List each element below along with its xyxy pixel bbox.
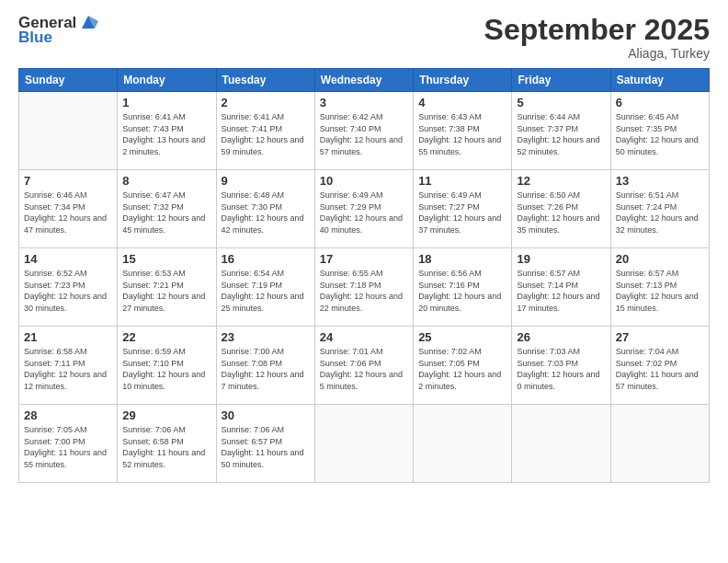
calendar-day-cell: 11Sunrise: 6:49 AMSunset: 7:27 PMDayligh… — [414, 170, 512, 248]
header-saturday: Saturday — [610, 69, 709, 92]
calendar-day-cell: 19Sunrise: 6:57 AMSunset: 7:14 PMDayligh… — [512, 248, 610, 327]
day-info: Sunrise: 6:41 AMSunset: 7:41 PMDaylight:… — [222, 111, 310, 157]
calendar-day-cell — [19, 92, 118, 170]
day-info: Sunrise: 7:02 AMSunset: 7:05 PMDaylight:… — [418, 346, 506, 392]
calendar-day-cell: 4Sunrise: 6:43 AMSunset: 7:38 PMDaylight… — [414, 92, 512, 170]
day-info: Sunrise: 7:05 AMSunset: 7:00 PMDaylight:… — [24, 424, 112, 470]
calendar-day-cell: 20Sunrise: 6:57 AMSunset: 7:13 PMDayligh… — [610, 248, 709, 327]
month-title: September 2025 — [484, 14, 710, 46]
day-info: Sunrise: 6:48 AMSunset: 7:30 PMDaylight:… — [222, 190, 310, 236]
day-number: 10 — [320, 174, 408, 188]
day-number: 9 — [222, 174, 310, 188]
day-info: Sunrise: 6:50 AMSunset: 7:26 PMDaylight:… — [517, 190, 605, 236]
day-number: 17 — [320, 252, 408, 266]
weekday-header-row: Sunday Monday Tuesday Wednesday Thursday… — [19, 69, 710, 92]
logo-icon — [78, 12, 98, 32]
calendar-day-cell: 21Sunrise: 6:58 AMSunset: 7:11 PMDayligh… — [19, 327, 118, 405]
day-number: 26 — [517, 330, 605, 344]
calendar-day-cell: 10Sunrise: 6:49 AMSunset: 7:29 PMDayligh… — [314, 170, 413, 248]
day-info: Sunrise: 6:43 AMSunset: 7:38 PMDaylight:… — [418, 111, 506, 157]
calendar-day-cell: 8Sunrise: 6:47 AMSunset: 7:32 PMDaylight… — [118, 170, 216, 248]
calendar-week-row: 21Sunrise: 6:58 AMSunset: 7:11 PMDayligh… — [19, 327, 710, 405]
day-info: Sunrise: 6:59 AMSunset: 7:10 PMDaylight:… — [122, 346, 210, 392]
day-number: 12 — [517, 174, 605, 188]
day-info: Sunrise: 7:00 AMSunset: 7:08 PMDaylight:… — [222, 346, 310, 392]
day-info: Sunrise: 6:47 AMSunset: 7:32 PMDaylight:… — [122, 190, 210, 236]
day-info: Sunrise: 7:06 AMSunset: 6:57 PMDaylight:… — [222, 424, 310, 470]
location-subtitle: Aliaga, Turkey — [484, 46, 710, 61]
day-info: Sunrise: 6:52 AMSunset: 7:23 PMDaylight:… — [24, 268, 112, 314]
day-info: Sunrise: 6:57 AMSunset: 7:13 PMDaylight:… — [616, 268, 704, 314]
calendar-day-cell: 22Sunrise: 6:59 AMSunset: 7:10 PMDayligh… — [118, 327, 216, 405]
day-number: 14 — [24, 252, 112, 266]
day-number: 21 — [24, 330, 112, 344]
logo-blue-text: Blue — [18, 29, 52, 47]
header-thursday: Thursday — [414, 69, 512, 92]
day-number: 13 — [616, 174, 704, 188]
calendar-day-cell: 15Sunrise: 6:53 AMSunset: 7:21 PMDayligh… — [118, 248, 216, 327]
day-number: 11 — [418, 174, 506, 188]
calendar-day-cell — [512, 405, 610, 483]
day-number: 18 — [418, 252, 506, 266]
day-number: 4 — [418, 96, 506, 109]
header: General Blue September 2025 Aliaga, Turk… — [18, 14, 710, 61]
calendar-day-cell: 17Sunrise: 6:55 AMSunset: 7:18 PMDayligh… — [314, 248, 413, 327]
calendar-table: Sunday Monday Tuesday Wednesday Thursday… — [18, 68, 710, 483]
day-number: 8 — [122, 174, 210, 188]
day-number: 3 — [320, 96, 408, 109]
calendar-day-cell: 2Sunrise: 6:41 AMSunset: 7:41 PMDaylight… — [216, 92, 314, 170]
day-info: Sunrise: 6:54 AMSunset: 7:19 PMDaylight:… — [222, 268, 310, 314]
day-info: Sunrise: 6:56 AMSunset: 7:16 PMDaylight:… — [418, 268, 506, 314]
day-number: 28 — [24, 408, 112, 422]
day-number: 27 — [616, 330, 704, 344]
header-sunday: Sunday — [19, 69, 118, 92]
calendar-day-cell: 3Sunrise: 6:42 AMSunset: 7:40 PMDaylight… — [314, 92, 413, 170]
day-info: Sunrise: 6:51 AMSunset: 7:24 PMDaylight:… — [616, 190, 704, 236]
calendar-day-cell: 6Sunrise: 6:45 AMSunset: 7:35 PMDaylight… — [610, 92, 709, 170]
calendar-day-cell: 24Sunrise: 7:01 AMSunset: 7:06 PMDayligh… — [314, 327, 413, 405]
header-wednesday: Wednesday — [314, 69, 413, 92]
day-number: 19 — [517, 252, 605, 266]
calendar-day-cell: 14Sunrise: 6:52 AMSunset: 7:23 PMDayligh… — [19, 248, 118, 327]
calendar-day-cell: 13Sunrise: 6:51 AMSunset: 7:24 PMDayligh… — [610, 170, 709, 248]
day-number: 30 — [222, 408, 310, 422]
day-info: Sunrise: 6:58 AMSunset: 7:11 PMDaylight:… — [24, 346, 112, 392]
calendar-day-cell — [314, 405, 413, 483]
day-info: Sunrise: 6:55 AMSunset: 7:18 PMDaylight:… — [320, 268, 408, 314]
day-number: 23 — [222, 330, 310, 344]
day-info: Sunrise: 6:41 AMSunset: 7:43 PMDaylight:… — [122, 111, 210, 157]
day-number: 2 — [222, 96, 310, 109]
page: General Blue September 2025 Aliaga, Turk… — [0, 0, 728, 563]
day-info: Sunrise: 6:42 AMSunset: 7:40 PMDaylight:… — [320, 111, 408, 157]
day-info: Sunrise: 7:03 AMSunset: 7:03 PMDaylight:… — [517, 346, 605, 392]
calendar-day-cell: 23Sunrise: 7:00 AMSunset: 7:08 PMDayligh… — [216, 327, 314, 405]
day-number: 1 — [122, 96, 210, 109]
day-info: Sunrise: 6:49 AMSunset: 7:29 PMDaylight:… — [320, 190, 408, 236]
day-info: Sunrise: 6:57 AMSunset: 7:14 PMDaylight:… — [517, 268, 605, 314]
calendar-day-cell: 27Sunrise: 7:04 AMSunset: 7:02 PMDayligh… — [610, 327, 709, 405]
calendar-day-cell: 16Sunrise: 6:54 AMSunset: 7:19 PMDayligh… — [216, 248, 314, 327]
day-info: Sunrise: 7:04 AMSunset: 7:02 PMDaylight:… — [616, 346, 704, 392]
day-info: Sunrise: 6:49 AMSunset: 7:27 PMDaylight:… — [418, 190, 506, 236]
day-number: 29 — [122, 408, 210, 422]
calendar-day-cell: 9Sunrise: 6:48 AMSunset: 7:30 PMDaylight… — [216, 170, 314, 248]
calendar-week-row: 28Sunrise: 7:05 AMSunset: 7:00 PMDayligh… — [19, 405, 710, 483]
day-info: Sunrise: 7:01 AMSunset: 7:06 PMDaylight:… — [320, 346, 408, 392]
day-number: 5 — [517, 96, 605, 109]
calendar-day-cell: 1Sunrise: 6:41 AMSunset: 7:43 PMDaylight… — [118, 92, 216, 170]
day-number: 15 — [122, 252, 210, 266]
day-info: Sunrise: 7:06 AMSunset: 6:58 PMDaylight:… — [122, 424, 210, 470]
calendar-week-row: 14Sunrise: 6:52 AMSunset: 7:23 PMDayligh… — [19, 248, 710, 327]
calendar-day-cell: 7Sunrise: 6:46 AMSunset: 7:34 PMDaylight… — [19, 170, 118, 248]
calendar-day-cell: 26Sunrise: 7:03 AMSunset: 7:03 PMDayligh… — [512, 327, 610, 405]
header-tuesday: Tuesday — [216, 69, 314, 92]
calendar-day-cell: 28Sunrise: 7:05 AMSunset: 7:00 PMDayligh… — [19, 405, 118, 483]
day-number: 20 — [616, 252, 704, 266]
calendar-day-cell: 12Sunrise: 6:50 AMSunset: 7:26 PMDayligh… — [512, 170, 610, 248]
day-number: 24 — [320, 330, 408, 344]
calendar-day-cell: 5Sunrise: 6:44 AMSunset: 7:37 PMDaylight… — [512, 92, 610, 170]
calendar-week-row: 1Sunrise: 6:41 AMSunset: 7:43 PMDaylight… — [19, 92, 710, 170]
day-number: 7 — [24, 174, 112, 188]
day-number: 22 — [122, 330, 210, 344]
day-info: Sunrise: 6:44 AMSunset: 7:37 PMDaylight:… — [517, 111, 605, 157]
